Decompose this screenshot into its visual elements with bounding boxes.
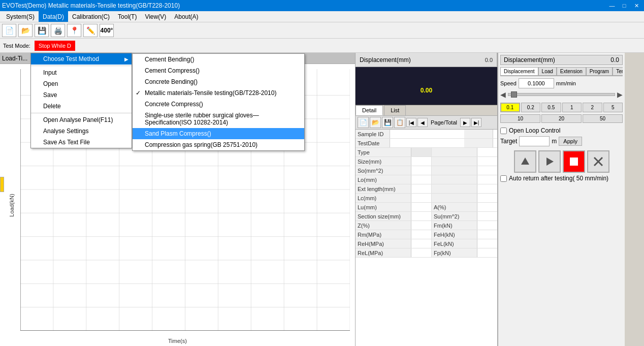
label-lc: Lc(mm): [356, 194, 411, 202]
speed-tab-program[interactable]: Program: [586, 67, 613, 76]
menu-delete[interactable]: Delete: [31, 101, 132, 112]
speed-btn-0-2[interactable]: 0.2: [521, 103, 541, 112]
page-nav: 📄 📂 💾 📋 |◀ ◀ Page/Total ▶ ▶|: [356, 116, 497, 130]
speed-btn-2[interactable]: 2: [583, 103, 602, 112]
value-sample-id[interactable]: [390, 130, 464, 138]
window-title: EVOTest(Demo) Metallic materials-Tensile…: [2, 2, 180, 9]
speed-tab-displacement[interactable]: Displacement: [500, 67, 538, 76]
test-mode-row: Test Mode: Stop While D: [0, 39, 644, 53]
label-fp: Fp(kN): [432, 248, 477, 257]
menu-input[interactable]: Input: [31, 67, 132, 78]
value-fel: [477, 239, 497, 248]
speed-btn-20[interactable]: 20: [541, 114, 582, 123]
delete-label: Delete: [43, 103, 61, 110]
toolbar-new[interactable]: 📄: [2, 24, 16, 37]
speed-btn-0-5[interactable]: 0.5: [541, 103, 561, 112]
icon-open[interactable]: 📂: [370, 117, 381, 128]
speed-btn-1[interactable]: 1: [562, 103, 582, 112]
toolbar-settings[interactable]: 400°: [100, 24, 114, 37]
speed-input[interactable]: [519, 78, 554, 88]
submenu-concrete-bending[interactable]: Concrete Bending(): [133, 76, 304, 87]
label-so: So(mm^2): [356, 166, 411, 175]
main-layout: Load-Ti... Load(kN): [0, 53, 644, 346]
choose-test-method-label: Choose Test Method: [43, 55, 99, 62]
action-play-btn[interactable]: [538, 150, 561, 173]
menu-open-analyse-panel[interactable]: Open Analyse Panel(F11): [31, 114, 132, 125]
speed-tab-load[interactable]: Load: [538, 67, 557, 76]
maximize-button[interactable]: □: [619, 1, 630, 10]
menu-choose-test-method[interactable]: Choose Test Method: [31, 53, 132, 65]
nav-next[interactable]: ▶: [460, 118, 470, 127]
open-loop-checkbox[interactable]: [500, 128, 507, 134]
menu-system[interactable]: System(S): [2, 11, 39, 22]
title-bar-controls: — □ ✕: [606, 1, 642, 10]
menu-analyse-settings[interactable]: Analyse Settings: [31, 125, 132, 137]
icon-save2[interactable]: 💾: [382, 117, 393, 128]
label-rm: Rm(MPa): [356, 230, 411, 239]
tab-detail[interactable]: Detail: [356, 105, 383, 115]
target-input[interactable]: [519, 136, 550, 146]
slider-thumb[interactable]: [511, 91, 517, 98]
slider-track[interactable]: [508, 93, 615, 96]
close-button[interactable]: ✕: [631, 1, 642, 10]
value-type: [411, 148, 432, 156]
data-row-rm: Rm(MPa) FeH(kN): [356, 230, 497, 239]
value-empty8: [477, 194, 497, 202]
data-row-reh: ReH(MPa) FeL(kN): [356, 239, 497, 248]
submenu-compression-gas[interactable]: Compression gas spring(GB 25751-2010): [133, 139, 304, 150]
menu-calibration[interactable]: Calibration(C): [68, 11, 114, 22]
slider-right-arrow[interactable]: ▶: [617, 90, 623, 99]
label-empty5: [432, 166, 477, 175]
speed-btn-5[interactable]: 5: [603, 103, 623, 112]
speed-btn-50[interactable]: 50: [583, 114, 623, 123]
value-testdate[interactable]: [390, 139, 464, 147]
open-label: Open: [43, 80, 58, 87]
submenu-concrete-compress[interactable]: Concrete Compress(): [133, 99, 304, 110]
apply-button[interactable]: Apply: [559, 137, 582, 146]
target-unit: m: [552, 138, 557, 145]
speed-tab-ten[interactable]: Ten: [613, 67, 623, 76]
icon-copy[interactable]: 📋: [394, 117, 405, 128]
menu-save-as-text[interactable]: Save As Text File: [31, 137, 132, 148]
stop-button[interactable]: Stop While D: [35, 41, 75, 51]
displacement-cell: Displacement(mm) 0.0: [356, 53, 497, 67]
menu-save[interactable]: Save: [31, 89, 132, 101]
submenu-single-use-gloves[interactable]: Single-use sterile rubber surgical glove…: [133, 110, 304, 128]
menu-data[interactable]: Data(D): [39, 11, 68, 22]
value-empty1: [493, 130, 497, 138]
slider-left-arrow[interactable]: ◀: [500, 90, 506, 99]
nav-first[interactable]: |◀: [406, 118, 416, 127]
toolbar-edit[interactable]: ✏️: [83, 24, 98, 37]
action-stop-btn[interactable]: [563, 150, 585, 173]
minimize-button[interactable]: —: [606, 1, 618, 10]
submenu-metallic-tensile[interactable]: ✓ Metallic materials-Tensile testing(GB/…: [133, 87, 304, 99]
submenu-sand-plasm[interactable]: Sand Plasm Compress(): [133, 128, 304, 139]
nav-prev[interactable]: ◀: [417, 118, 428, 127]
action-cancel-btn[interactable]: [587, 150, 609, 173]
nav-last[interactable]: ▶|: [471, 118, 481, 127]
icon-new-doc[interactable]: 📄: [358, 117, 369, 128]
speed-btn-10[interactable]: 10: [500, 114, 540, 123]
tab-list[interactable]: List: [384, 105, 406, 115]
toolbar-print[interactable]: 🖨️: [51, 24, 65, 37]
value-empty3: [477, 148, 497, 156]
toolbar-location[interactable]: 📍: [67, 24, 81, 37]
toolbar-save[interactable]: 💾: [35, 24, 49, 37]
value-section-size: [411, 212, 432, 221]
speed-btn-0-1[interactable]: 0.1: [500, 103, 520, 112]
auto-return-checkbox[interactable]: [500, 175, 507, 182]
menu-view[interactable]: View(V): [141, 11, 170, 22]
menu-about[interactable]: About(A): [170, 11, 202, 22]
value-a-pct: [477, 203, 497, 211]
action-up-btn[interactable]: [514, 150, 536, 173]
submenu-cement-bending[interactable]: Cement Bending(): [133, 54, 304, 65]
toolbar-open[interactable]: 📂: [18, 24, 33, 37]
menu-tool[interactable]: Tool(T): [114, 11, 141, 22]
submenu-cement-compress[interactable]: Cement Compress(): [133, 65, 304, 76]
data-row-lc: Lc(mm): [356, 194, 497, 203]
speed-tab-extension[interactable]: Extension: [557, 67, 586, 76]
value-empty4: [477, 157, 497, 166]
value-empty6: [477, 175, 497, 184]
menu-open[interactable]: Open: [31, 78, 132, 89]
choose-test-method-submenu: Cement Bending() Cement Compress() Concr…: [132, 53, 305, 151]
